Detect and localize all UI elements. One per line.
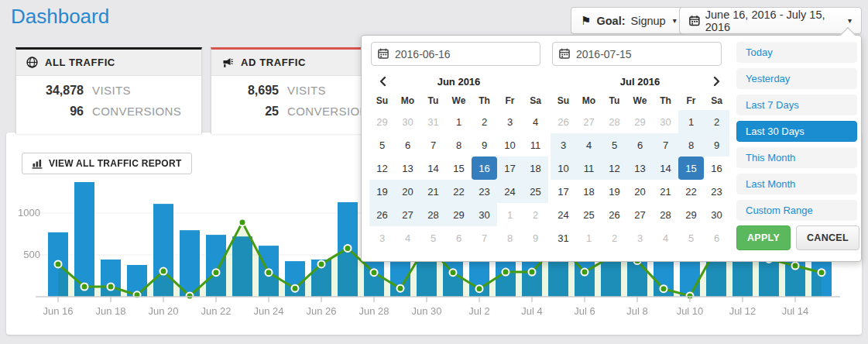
calendar-day[interactable]: 6: [446, 226, 472, 249]
calendar-day[interactable]: 26: [369, 203, 395, 226]
calendar-day[interactable]: 14: [653, 157, 678, 180]
calendar-day[interactable]: 14: [420, 157, 446, 180]
calendar-day[interactable]: 20: [395, 180, 420, 203]
calendar-day[interactable]: 26: [602, 203, 627, 226]
calendar-day[interactable]: 5: [369, 133, 395, 157]
calendar-day[interactable]: 21: [420, 180, 446, 203]
calendar-day[interactable]: 7: [472, 226, 497, 249]
calendar-day[interactable]: 3: [551, 133, 576, 157]
calendar-day[interactable]: 30: [653, 110, 678, 133]
calendar-day[interactable]: 11: [523, 133, 548, 157]
calendar-day[interactable]: 21: [653, 180, 678, 203]
calendar-day[interactable]: 7: [420, 133, 446, 157]
calendar-day[interactable]: 28: [602, 110, 627, 133]
calendar-day[interactable]: 25: [576, 203, 602, 226]
calendar-day[interactable]: 16: [472, 157, 497, 180]
calendar-day[interactable]: 1: [446, 110, 472, 133]
range-option-last-30-days[interactable]: Last 30 Days: [736, 121, 857, 142]
calendar-day[interactable]: 6: [395, 133, 420, 157]
calendar-day[interactable]: 2: [472, 110, 497, 133]
calendar-day[interactable]: 8: [446, 133, 472, 157]
calendar-day[interactable]: 4: [523, 110, 548, 133]
calendar-day[interactable]: 2: [602, 226, 627, 249]
range-option-last-month[interactable]: Last Month: [736, 174, 857, 194]
calendar-day[interactable]: 27: [627, 203, 653, 226]
calendar-day[interactable]: 9: [472, 133, 497, 157]
calendar-day[interactable]: 29: [627, 110, 653, 133]
calendar-day[interactable]: 19: [369, 180, 395, 203]
calendar-day[interactable]: 24: [551, 203, 576, 226]
calendar-day[interactable]: 12: [602, 157, 627, 180]
calendar-day[interactable]: 19: [602, 180, 627, 203]
calendar-day[interactable]: 5: [602, 133, 627, 157]
calendar-day[interactable]: 20: [627, 180, 653, 203]
calendar-day[interactable]: 4: [395, 226, 420, 249]
calendar-day[interactable]: 23: [472, 180, 497, 203]
range-option-custom-range[interactable]: Custom Range: [736, 200, 857, 221]
calendar-day[interactable]: 4: [653, 226, 678, 249]
calendar-day[interactable]: 18: [523, 157, 548, 180]
calendar-day[interactable]: 8: [678, 133, 704, 157]
calendar-day[interactable]: 30: [395, 110, 420, 133]
range-option-today[interactable]: Today: [736, 42, 857, 63]
calendar-day[interactable]: 3: [627, 226, 653, 249]
calendar-day[interactable]: 27: [576, 110, 602, 133]
calendar-day[interactable]: 9: [704, 133, 729, 157]
date-range-button[interactable]: June 16, 2016 - July 15, 2016 ▾: [679, 7, 862, 34]
view-all-traffic-report-button[interactable]: VIEW ALL TRAFFIC REPORT: [22, 153, 192, 174]
calendar-day[interactable]: 28: [420, 203, 446, 226]
calendar-day[interactable]: 10: [551, 157, 576, 180]
calendar-day[interactable]: 1: [576, 226, 602, 249]
calendar-day[interactable]: 6: [704, 226, 729, 249]
next-month-icon[interactable]: [704, 71, 729, 91]
calendar-day[interactable]: 1: [678, 110, 704, 133]
calendar-day[interactable]: 8: [497, 226, 523, 249]
cancel-button[interactable]: CANCEL: [796, 225, 859, 250]
calendar-day[interactable]: 22: [678, 180, 704, 203]
calendar-day[interactable]: 27: [395, 203, 420, 226]
start-date-input[interactable]: [371, 42, 540, 66]
calendar-day[interactable]: 5: [420, 226, 446, 249]
range-option-last-7-days[interactable]: Last 7 Days: [736, 95, 857, 115]
calendar-day[interactable]: 29: [369, 110, 395, 133]
calendar-day[interactable]: 3: [369, 226, 395, 249]
calendar-day[interactable]: 10: [497, 133, 523, 157]
apply-button[interactable]: APPLY: [736, 225, 791, 250]
calendar-day[interactable]: 3: [497, 110, 523, 133]
calendar-day[interactable]: 7: [653, 133, 678, 157]
calendar-day[interactable]: 26: [551, 110, 576, 133]
calendar-day[interactable]: 23: [704, 180, 729, 203]
range-option-yesterday[interactable]: Yesterday: [736, 68, 857, 89]
calendar-day[interactable]: 31: [420, 110, 446, 133]
calendar-day[interactable]: 11: [576, 157, 602, 180]
calendar-day[interactable]: 15: [446, 157, 472, 180]
calendar-day[interactable]: 1: [497, 203, 523, 226]
calendar-day[interactable]: 2: [704, 110, 729, 133]
calendar-day[interactable]: 2: [523, 203, 548, 226]
calendar-day[interactable]: 15: [678, 157, 704, 180]
calendar-day[interactable]: 30: [704, 203, 729, 226]
calendar-day[interactable]: 29: [446, 203, 472, 226]
calendar-day[interactable]: 6: [627, 133, 653, 157]
calendar-day[interactable]: 17: [497, 157, 523, 180]
range-option-this-month[interactable]: This Month: [736, 147, 857, 168]
calendar-day[interactable]: 16: [704, 157, 729, 180]
end-date-input[interactable]: [552, 42, 722, 66]
calendar-day[interactable]: 30: [472, 203, 497, 226]
calendar-day[interactable]: 4: [576, 133, 602, 157]
calendar-day[interactable]: 12: [369, 157, 395, 180]
calendar-day[interactable]: 24: [497, 180, 523, 203]
all-traffic-card[interactable]: ALL TRAFFIC 34,878 VISITS 96 CONVERSIONS: [15, 47, 202, 134]
calendar-day[interactable]: 31: [551, 226, 576, 249]
calendar-day[interactable]: 13: [395, 157, 420, 180]
goal-selector-button[interactable]: ⚑ Goal: Signup ▾: [571, 7, 687, 34]
calendar-day[interactable]: 22: [446, 180, 472, 203]
prev-month-icon[interactable]: [369, 71, 395, 91]
calendar-day[interactable]: 29: [678, 203, 704, 226]
calendar-day[interactable]: 9: [523, 226, 548, 249]
calendar-day[interactable]: 28: [653, 203, 678, 226]
calendar-day[interactable]: 17: [551, 180, 576, 203]
calendar-day[interactable]: 5: [678, 226, 704, 249]
calendar-day[interactable]: 18: [576, 180, 602, 203]
calendar-day[interactable]: 13: [627, 157, 653, 180]
